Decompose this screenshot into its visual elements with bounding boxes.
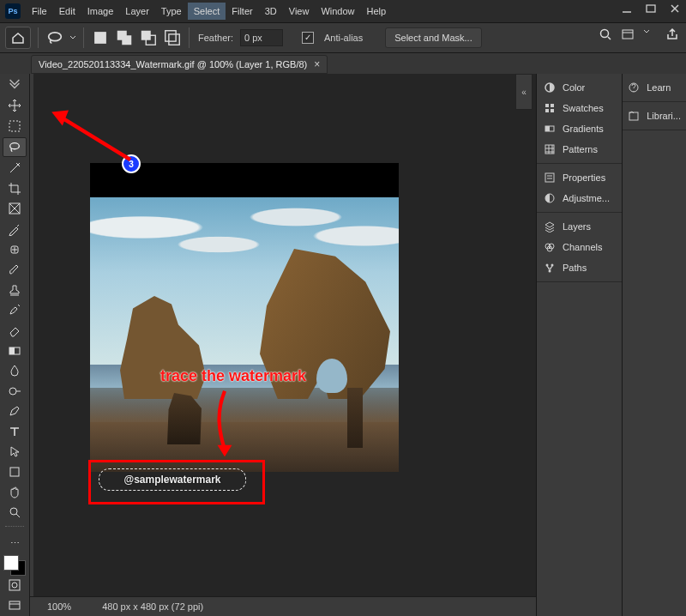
panel-patterns[interactable]: Patterns [537,139,622,160]
menu-filter[interactable]: Filter [226,3,258,20]
svg-rect-8 [169,34,179,45]
menu-help[interactable]: Help [361,3,393,20]
gradient-tool[interactable] [3,341,26,360]
panel-gradients[interactable]: Gradients [537,118,622,139]
minimize-button[interactable] [621,3,633,16]
menu-window[interactable]: Window [315,3,360,20]
fg-bg-colors[interactable] [3,555,26,575]
panel-swatches[interactable]: Swatches [537,98,622,118]
panel-learn[interactable]: Learn [623,77,686,98]
panel-paths[interactable]: Paths [537,257,622,278]
eyedropper-tool[interactable] [3,220,26,239]
menu-edit[interactable]: Edit [53,3,81,20]
svg-rect-20 [9,580,20,590]
canvas-area[interactable]: trace the watermark @samplewatermark 3 1… [30,74,536,616]
svg-rect-11 [9,121,20,131]
share-icon[interactable] [665,27,679,43]
collapse-panel-strip[interactable] [515,74,533,110]
add-selection-icon[interactable] [115,28,134,47]
menu-bar: Ps FileEditImageLayerTypeSelectFilter3DV… [0,0,686,23]
workspace-icon[interactable] [621,27,635,43]
stamp-tool[interactable] [3,281,26,299]
close-tab-icon[interactable]: × [314,58,320,70]
feather-label: Feather: [196,33,235,43]
svg-point-19 [10,508,17,515]
search-icon[interactable] [599,27,612,43]
svg-rect-16 [9,347,15,354]
history-brush-tool[interactable] [3,301,26,320]
svg-rect-29 [545,126,550,131]
new-selection-icon[interactable] [91,28,110,47]
menu-file[interactable]: File [26,3,53,20]
svg-point-9 [601,30,609,38]
antialias-label: Anti-alias [322,33,364,43]
document-dimensions: 480 px x 480 px (72 ppi) [102,601,203,612]
feather-input[interactable]: 0 px [240,29,283,46]
quick-mask-icon[interactable] [3,577,26,595]
panel-properties[interactable]: Properties [537,167,622,188]
menu-layer[interactable]: Layer [119,3,155,20]
menu-select[interactable]: Select [188,3,226,20]
dodge-tool[interactable] [3,382,26,401]
marquee-tool[interactable] [3,117,26,136]
subtract-selection-icon[interactable] [139,28,158,47]
frame-tool[interactable] [3,200,26,219]
intersect-selection-icon[interactable] [163,28,182,47]
type-tool[interactable] [3,422,26,441]
svg-point-21 [12,583,17,588]
panel-channels[interactable]: Channels [537,237,622,257]
options-bar: Feather: 0 px Anti-alias Select and Mask… [0,23,686,53]
status-bar: 100% 480 px x 480 px (72 ppi) [30,596,536,616]
panel-layers[interactable]: Layers [537,216,622,237]
svg-rect-27 [551,109,554,112]
collapse-icon[interactable] [3,76,26,95]
edit-toolbar-icon[interactable]: ⋯ [3,534,26,553]
lasso-tool-indicator[interactable] [45,28,64,47]
svg-rect-31 [545,173,554,182]
menu-view[interactable]: View [283,3,316,20]
pointer-arrow-icon [45,104,138,172]
shape-tool[interactable] [3,462,26,481]
crop-tool[interactable] [3,179,26,198]
svg-rect-4 [122,35,131,45]
right-panels: ColorSwatchesGradientsPatternsProperties… [536,74,686,616]
brush-tool[interactable] [3,260,26,279]
maximize-button[interactable] [645,3,657,16]
svg-rect-26 [545,109,549,112]
eraser-tool[interactable] [3,321,26,340]
menu-image[interactable]: Image [81,3,120,20]
close-button[interactable] [669,3,681,16]
svg-point-12 [10,142,20,148]
annotation-label: trace the watermark [160,367,306,385]
path-select-tool[interactable] [3,443,26,462]
svg-rect-18 [10,468,19,476]
lasso-tool[interactable] [3,137,27,158]
screen-mode-icon[interactable] [3,596,26,615]
move-tool[interactable] [3,97,26,116]
menu-3d[interactable]: 3D [259,3,283,20]
svg-rect-2 [94,32,106,44]
panel-adjustme[interactable]: Adjustme... [537,188,622,208]
svg-point-17 [9,388,16,395]
antialias-checkbox[interactable] [302,32,314,44]
app-icon: Ps [5,3,21,19]
panel-color[interactable]: Color [537,77,622,98]
svg-rect-7 [165,31,176,41]
svg-rect-40 [629,112,638,120]
chevron-down-icon[interactable] [69,34,76,41]
zoom-level[interactable]: 100% [47,601,71,612]
blur-tool[interactable] [3,361,26,380]
magic-wand-tool[interactable] [3,159,26,178]
zoom-tool[interactable] [3,503,26,522]
select-and-mask-button[interactable]: Select and Mask... [385,27,482,48]
panel-librari[interactable]: Librari... [623,106,686,126]
pen-tool[interactable] [3,402,26,421]
svg-rect-24 [545,104,549,107]
document-canvas[interactable]: trace the watermark [90,163,399,472]
home-button[interactable] [5,27,31,49]
healing-tool[interactable] [3,240,26,259]
document-tab[interactable]: Video_220520113334_Watermark.gif @ 100% … [31,55,328,74]
chevron-down-icon [643,28,657,42]
hand-tool[interactable] [3,483,26,502]
menu-type[interactable]: Type [155,3,188,20]
